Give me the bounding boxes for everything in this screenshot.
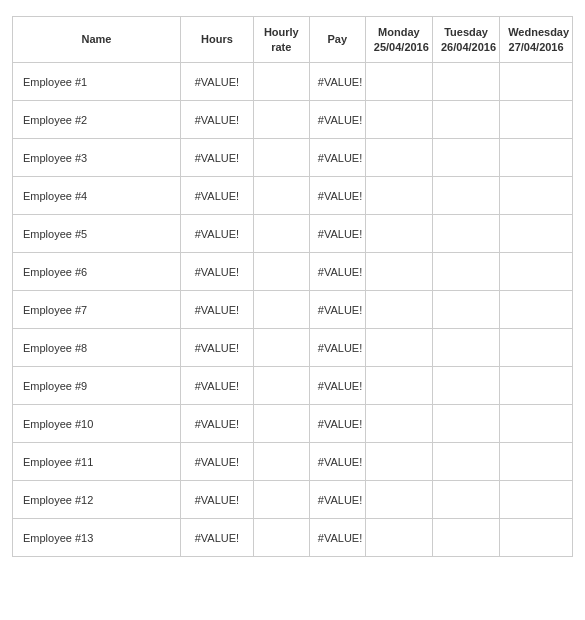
cell-hours-10[interactable]: #VALUE!	[181, 405, 254, 443]
cell-pay-11[interactable]: #VALUE!	[309, 443, 365, 481]
cell-monday-5[interactable]	[365, 215, 432, 253]
cell-pay-13[interactable]: #VALUE!	[309, 519, 365, 557]
cell-rate-11[interactable]	[253, 443, 309, 481]
cell-hours-6[interactable]: #VALUE!	[181, 253, 254, 291]
cell-tuesday-3[interactable]	[432, 139, 499, 177]
cell-rate-8[interactable]	[253, 329, 309, 367]
table-row: Employee #6#VALUE!#VALUE!	[13, 253, 573, 291]
cell-wednesday-7[interactable]	[500, 291, 573, 329]
cell-rate-9[interactable]	[253, 367, 309, 405]
cell-wednesday-6[interactable]	[500, 253, 573, 291]
cell-wednesday-9[interactable]	[500, 367, 573, 405]
cell-hours-2[interactable]: #VALUE!	[181, 101, 254, 139]
cell-pay-9[interactable]: #VALUE!	[309, 367, 365, 405]
cell-pay-3[interactable]: #VALUE!	[309, 139, 365, 177]
cell-pay-5[interactable]: #VALUE!	[309, 215, 365, 253]
cell-monday-2[interactable]	[365, 101, 432, 139]
cell-rate-7[interactable]	[253, 291, 309, 329]
table-row: Employee #4#VALUE!#VALUE!	[13, 177, 573, 215]
cell-name-3[interactable]: Employee #3	[13, 139, 181, 177]
cell-name-9[interactable]: Employee #9	[13, 367, 181, 405]
cell-hours-7[interactable]: #VALUE!	[181, 291, 254, 329]
cell-pay-4[interactable]: #VALUE!	[309, 177, 365, 215]
cell-name-10[interactable]: Employee #10	[13, 405, 181, 443]
cell-name-13[interactable]: Employee #13	[13, 519, 181, 557]
cell-hours-11[interactable]: #VALUE!	[181, 443, 254, 481]
cell-tuesday-9[interactable]	[432, 367, 499, 405]
cell-name-7[interactable]: Employee #7	[13, 291, 181, 329]
table-row: Employee #10#VALUE!#VALUE!	[13, 405, 573, 443]
cell-pay-12[interactable]: #VALUE!	[309, 481, 365, 519]
cell-name-2[interactable]: Employee #2	[13, 101, 181, 139]
table-row: Employee #3#VALUE!#VALUE!	[13, 139, 573, 177]
cell-pay-8[interactable]: #VALUE!	[309, 329, 365, 367]
cell-hours-12[interactable]: #VALUE!	[181, 481, 254, 519]
cell-wednesday-12[interactable]	[500, 481, 573, 519]
cell-monday-3[interactable]	[365, 139, 432, 177]
cell-rate-12[interactable]	[253, 481, 309, 519]
cell-rate-6[interactable]	[253, 253, 309, 291]
cell-monday-11[interactable]	[365, 443, 432, 481]
cell-hours-1[interactable]: #VALUE!	[181, 63, 254, 101]
cell-hours-4[interactable]: #VALUE!	[181, 177, 254, 215]
col-header-monday: Monday25/04/2016	[365, 17, 432, 63]
cell-monday-6[interactable]	[365, 253, 432, 291]
cell-wednesday-5[interactable]	[500, 215, 573, 253]
cell-wednesday-4[interactable]	[500, 177, 573, 215]
cell-name-8[interactable]: Employee #8	[13, 329, 181, 367]
col-header-wednesday: Wednesday27/04/2016	[500, 17, 573, 63]
cell-name-11[interactable]: Employee #11	[13, 443, 181, 481]
cell-monday-4[interactable]	[365, 177, 432, 215]
table-row: Employee #9#VALUE!#VALUE!	[13, 367, 573, 405]
cell-tuesday-1[interactable]	[432, 63, 499, 101]
cell-name-12[interactable]: Employee #12	[13, 481, 181, 519]
cell-hours-3[interactable]: #VALUE!	[181, 139, 254, 177]
cell-monday-12[interactable]	[365, 481, 432, 519]
cell-monday-8[interactable]	[365, 329, 432, 367]
cell-name-4[interactable]: Employee #4	[13, 177, 181, 215]
cell-wednesday-2[interactable]	[500, 101, 573, 139]
cell-pay-6[interactable]: #VALUE!	[309, 253, 365, 291]
cell-wednesday-13[interactable]	[500, 519, 573, 557]
cell-rate-4[interactable]	[253, 177, 309, 215]
cell-monday-10[interactable]	[365, 405, 432, 443]
cell-rate-5[interactable]	[253, 215, 309, 253]
cell-tuesday-10[interactable]	[432, 405, 499, 443]
cell-rate-2[interactable]	[253, 101, 309, 139]
cell-pay-2[interactable]: #VALUE!	[309, 101, 365, 139]
cell-tuesday-13[interactable]	[432, 519, 499, 557]
cell-tuesday-2[interactable]	[432, 101, 499, 139]
cell-wednesday-1[interactable]	[500, 63, 573, 101]
cell-wednesday-3[interactable]	[500, 139, 573, 177]
cell-name-5[interactable]: Employee #5	[13, 215, 181, 253]
cell-rate-1[interactable]	[253, 63, 309, 101]
table-header-row: Name Hours Hourlyrate Pay Monday25/04/20…	[13, 17, 573, 63]
cell-tuesday-4[interactable]	[432, 177, 499, 215]
cell-pay-7[interactable]: #VALUE!	[309, 291, 365, 329]
cell-wednesday-8[interactable]	[500, 329, 573, 367]
table-row: Employee #11#VALUE!#VALUE!	[13, 443, 573, 481]
cell-tuesday-8[interactable]	[432, 329, 499, 367]
cell-rate-10[interactable]	[253, 405, 309, 443]
cell-wednesday-11[interactable]	[500, 443, 573, 481]
cell-hours-8[interactable]: #VALUE!	[181, 329, 254, 367]
cell-pay-10[interactable]: #VALUE!	[309, 405, 365, 443]
cell-monday-7[interactable]	[365, 291, 432, 329]
cell-rate-3[interactable]	[253, 139, 309, 177]
cell-monday-1[interactable]	[365, 63, 432, 101]
cell-monday-9[interactable]	[365, 367, 432, 405]
cell-tuesday-7[interactable]	[432, 291, 499, 329]
cell-monday-13[interactable]	[365, 519, 432, 557]
cell-tuesday-12[interactable]	[432, 481, 499, 519]
cell-tuesday-6[interactable]	[432, 253, 499, 291]
cell-name-1[interactable]: Employee #1	[13, 63, 181, 101]
cell-hours-9[interactable]: #VALUE!	[181, 367, 254, 405]
cell-wednesday-10[interactable]	[500, 405, 573, 443]
cell-rate-13[interactable]	[253, 519, 309, 557]
cell-hours-5[interactable]: #VALUE!	[181, 215, 254, 253]
cell-tuesday-5[interactable]	[432, 215, 499, 253]
cell-tuesday-11[interactable]	[432, 443, 499, 481]
cell-name-6[interactable]: Employee #6	[13, 253, 181, 291]
cell-hours-13[interactable]: #VALUE!	[181, 519, 254, 557]
cell-pay-1[interactable]: #VALUE!	[309, 63, 365, 101]
